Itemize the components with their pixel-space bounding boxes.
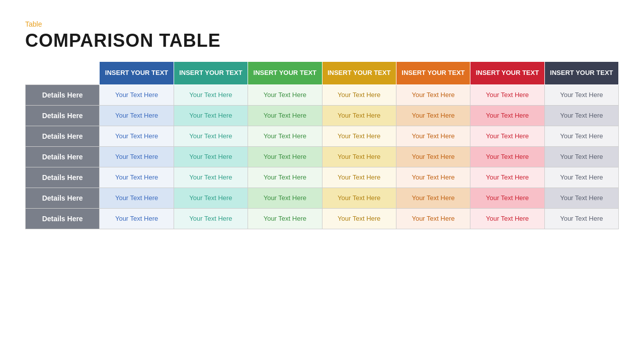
cell-r4-c4[interactable]: Your Text Here (396, 167, 470, 188)
cell-r0-c1[interactable]: Your Text Here (174, 84, 248, 105)
header: Table COMPARISON TABLE (25, 20, 619, 51)
page-title: COMPARISON TABLE (25, 30, 619, 51)
table-row: Details HereYour Text HereYour Text Here… (26, 188, 619, 208)
row-label-2: Details Here (26, 126, 100, 146)
cell-r6-c2[interactable]: Your Text Here (248, 208, 322, 229)
header-empty-cell (26, 62, 100, 85)
cell-r5-c1[interactable]: Your Text Here (174, 188, 248, 208)
cell-r0-c6[interactable]: Your Text Here (544, 84, 618, 105)
cell-r2-c4[interactable]: Your Text Here (396, 126, 470, 146)
cell-r3-c0[interactable]: Your Text Here (100, 146, 174, 167)
cell-r0-c3[interactable]: Your Text Here (322, 84, 396, 105)
cell-r5-c2[interactable]: Your Text Here (248, 188, 322, 208)
cell-r6-c0[interactable]: Your Text Here (100, 208, 174, 229)
cell-r5-c0[interactable]: Your Text Here (100, 188, 174, 208)
cell-r2-c6[interactable]: Your Text Here (544, 126, 618, 146)
cell-r2-c1[interactable]: Your Text Here (174, 126, 248, 146)
cell-r6-c3[interactable]: Your Text Here (322, 208, 396, 229)
cell-r6-c6[interactable]: Your Text Here (544, 208, 618, 229)
row-label-0: Details Here (26, 84, 100, 105)
cell-r3-c6[interactable]: Your Text Here (544, 146, 618, 167)
col-header-yellow: INSERT YOUR TEXT (322, 62, 396, 85)
cell-r1-c1[interactable]: Your Text Here (174, 105, 248, 126)
row-label-3: Details Here (26, 146, 100, 167)
cell-r1-c5[interactable]: Your Text Here (470, 105, 544, 126)
row-label-5: Details Here (26, 188, 100, 208)
row-label-4: Details Here (26, 167, 100, 188)
table-row: Details HereYour Text HereYour Text Here… (26, 84, 619, 105)
col-header-teal: INSERT YOUR TEXT (174, 62, 248, 85)
cell-r1-c4[interactable]: Your Text Here (396, 105, 470, 126)
cell-r0-c2[interactable]: Your Text Here (248, 84, 322, 105)
cell-r2-c3[interactable]: Your Text Here (322, 126, 396, 146)
table-row: Details HereYour Text HereYour Text Here… (26, 208, 619, 229)
cell-r1-c2[interactable]: Your Text Here (248, 105, 322, 126)
cell-r2-c2[interactable]: Your Text Here (248, 126, 322, 146)
cell-r1-c0[interactable]: Your Text Here (100, 105, 174, 126)
cell-r3-c1[interactable]: Your Text Here (174, 146, 248, 167)
cell-r4-c5[interactable]: Your Text Here (470, 167, 544, 188)
cell-r5-c3[interactable]: Your Text Here (322, 188, 396, 208)
cell-r0-c4[interactable]: Your Text Here (396, 84, 470, 105)
page: Table COMPARISON TABLE INSERT YOUR TEXTI… (0, 0, 644, 362)
cell-r6-c5[interactable]: Your Text Here (470, 208, 544, 229)
cell-r3-c5[interactable]: Your Text Here (470, 146, 544, 167)
cell-r3-c2[interactable]: Your Text Here (248, 146, 322, 167)
row-label-1: Details Here (26, 105, 100, 126)
col-header-red: INSERT YOUR TEXT (470, 62, 544, 85)
cell-r6-c1[interactable]: Your Text Here (174, 208, 248, 229)
col-header-dark: INSERT YOUR TEXT (544, 62, 618, 85)
cell-r4-c3[interactable]: Your Text Here (322, 167, 396, 188)
table-container: INSERT YOUR TEXTINSERT YOUR TEXTINSERT Y… (25, 61, 619, 347)
col-header-blue: INSERT YOUR TEXT (100, 62, 174, 85)
cell-r4-c2[interactable]: Your Text Here (248, 167, 322, 188)
col-header-orange: INSERT YOUR TEXT (396, 62, 470, 85)
cell-r6-c4[interactable]: Your Text Here (396, 208, 470, 229)
cell-r3-c4[interactable]: Your Text Here (396, 146, 470, 167)
cell-r1-c3[interactable]: Your Text Here (322, 105, 396, 126)
cell-r5-c6[interactable]: Your Text Here (544, 188, 618, 208)
cell-r4-c0[interactable]: Your Text Here (100, 167, 174, 188)
table-row: Details HereYour Text HereYour Text Here… (26, 105, 619, 126)
cell-r1-c6[interactable]: Your Text Here (544, 105, 618, 126)
col-header-green: INSERT YOUR TEXT (248, 62, 322, 85)
cell-r3-c3[interactable]: Your Text Here (322, 146, 396, 167)
cell-r2-c0[interactable]: Your Text Here (100, 126, 174, 146)
table-row: Details HereYour Text HereYour Text Here… (26, 167, 619, 188)
cell-r5-c4[interactable]: Your Text Here (396, 188, 470, 208)
table-row: Details HereYour Text HereYour Text Here… (26, 146, 619, 167)
cell-r0-c0[interactable]: Your Text Here (100, 84, 174, 105)
cell-r0-c5[interactable]: Your Text Here (470, 84, 544, 105)
header-label: Table (25, 20, 619, 28)
cell-r2-c5[interactable]: Your Text Here (470, 126, 544, 146)
comparison-table: INSERT YOUR TEXTINSERT YOUR TEXTINSERT Y… (25, 61, 619, 229)
cell-r4-c1[interactable]: Your Text Here (174, 167, 248, 188)
row-label-6: Details Here (26, 208, 100, 229)
cell-r4-c6[interactable]: Your Text Here (544, 167, 618, 188)
table-row: Details HereYour Text HereYour Text Here… (26, 126, 619, 146)
cell-r5-c5[interactable]: Your Text Here (470, 188, 544, 208)
